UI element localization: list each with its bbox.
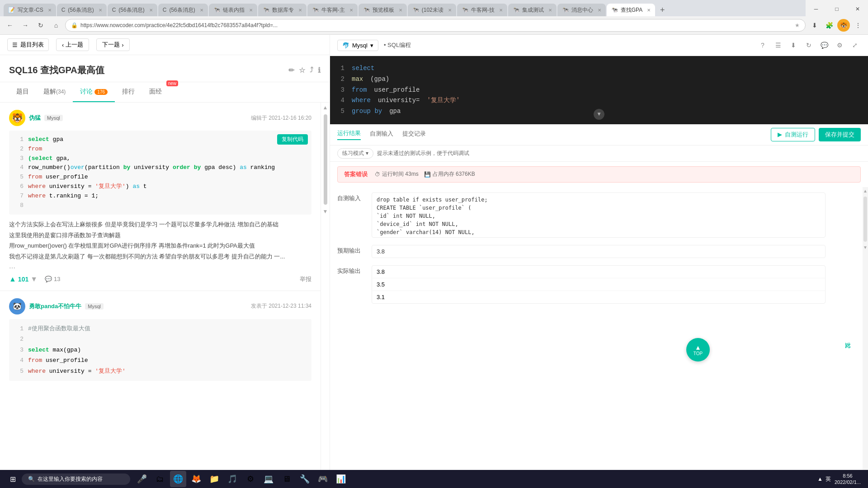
taskbar-edge[interactable]: 🌐	[170, 471, 186, 487]
expected-output-row: 预期输出 3.8	[337, 245, 826, 258]
compare-button[interactable]: 对比	[836, 334, 859, 341]
refresh-icon[interactable]: ↻	[803, 39, 815, 51]
settings-icon[interactable]: ⚙	[834, 39, 845, 51]
minimize-button[interactable]: ─	[806, 2, 826, 16]
address-bar[interactable]: 🔒 https://www.nowcoder.com/practice/4e22…	[65, 19, 806, 32]
collapse-editor-button[interactable]: ▼	[594, 109, 604, 120]
taskbar-tools[interactable]: 🔧	[297, 471, 313, 487]
browser-tab-tab12[interactable]: 🐄消息中心✕	[557, 4, 606, 16]
taskbar-computer[interactable]: 💻	[260, 471, 277, 487]
browser-tab-tab11[interactable]: 🐄集成测试✕	[508, 4, 557, 16]
refresh-button[interactable]: ↻	[34, 19, 47, 32]
scroll-down-arrow[interactable]: ▼	[321, 206, 330, 216]
tab-solution[interactable]: 题解(34)	[36, 82, 73, 102]
list-icon[interactable]: ☰	[772, 39, 784, 51]
code-line: 3(select gpa,	[14, 154, 306, 164]
fullscreen-icon[interactable]: ⤢	[849, 39, 861, 51]
prev-question-button[interactable]: ‹ 上一题	[56, 38, 89, 51]
left-scrollbar[interactable]: ▲ ▼	[321, 103, 330, 480]
next-question-button[interactable]: 下一题 ›	[96, 38, 129, 51]
browser-tab-tab5[interactable]: 🐄链表内指✕	[209, 4, 257, 16]
code-editor[interactable]: 1 select 2 max(gpa) 3 from user_profile …	[330, 56, 868, 124]
star-icon[interactable]: ☆	[299, 66, 305, 75]
right-scrollbar[interactable]: ▲ ▼	[863, 187, 868, 488]
username-2[interactable]: 勇敢panda不怕牛牛	[29, 302, 81, 310]
self-test-input-box[interactable]: drop table if exists user_profile; CREAT…	[372, 192, 826, 238]
downvote-icon[interactable]: ▼	[30, 275, 38, 283]
username[interactable]: 伪猛	[29, 114, 41, 122]
edit-icon[interactable]: ✏	[288, 66, 294, 75]
tab-self-test-input[interactable]: 自测输入	[370, 130, 393, 140]
comment-icon[interactable]: 💬	[818, 39, 830, 51]
discussion-actions: ▲ 101 ▼ 💬 13 举报	[9, 272, 311, 283]
database-selector[interactable]: 🐬 Mysql ▾	[337, 40, 378, 51]
menu-icon-small: ☰	[12, 42, 18, 48]
info-icon[interactable]: ℹ	[318, 66, 321, 75]
browser-tab-tab1[interactable]: 📝写文章-CS✕	[4, 4, 56, 16]
extensions-icon[interactable]: 🧩	[823, 19, 835, 32]
taskbar-monitor[interactable]: 🖥	[278, 471, 295, 487]
download-icon[interactable]: ⬇	[788, 39, 799, 51]
taskbar-task-view[interactable]: 🗂	[152, 471, 168, 487]
taskbar-right: ▲ 英 8:56 2022/02/1...	[814, 473, 864, 486]
copy-code-button[interactable]: 复制代码	[277, 134, 308, 145]
browser-tab-tab3[interactable]: C(56条消息)✕	[108, 4, 157, 16]
browser-tab-tab13[interactable]: 🐄查找GPA✕	[607, 4, 655, 16]
comment-count: 13	[54, 276, 60, 282]
home-button[interactable]: ⌂	[50, 19, 62, 32]
taskbar-cortana[interactable]: 🎤	[134, 471, 150, 487]
taskbar-code[interactable]: 📊	[333, 471, 349, 487]
tab-discussion[interactable]: 讨论176	[73, 82, 115, 102]
browser-tab-tab4[interactable]: C(56条消息)✕	[158, 4, 208, 16]
browser-tab-tab6[interactable]: 🐄数据库专✕	[258, 4, 307, 16]
tab-run-results[interactable]: 运行结果	[337, 129, 361, 140]
taskbar-explorer[interactable]: 📁	[206, 471, 222, 487]
comment-button[interactable]: 💬 13	[45, 276, 60, 282]
maximize-button[interactable]: □	[826, 2, 847, 16]
taskbar-music[interactable]: 🎵	[224, 471, 241, 487]
profile-icon[interactable]: 🐯	[837, 19, 850, 32]
more-icon[interactable]: ⋯	[9, 264, 15, 272]
browser-tab-tab2[interactable]: C(56条消息)✕	[57, 4, 107, 16]
help-icon[interactable]: ?	[757, 39, 769, 51]
download-icon[interactable]: ⬇	[808, 19, 821, 32]
browser-tab-tab9[interactable]: 🐄(102未读✕	[408, 4, 456, 16]
code-line: 6where university = '复旦大学') as t	[14, 182, 306, 192]
close-button[interactable]: ✕	[847, 2, 868, 16]
code-line: 4row_number()over(partition by universit…	[14, 163, 306, 173]
browser-tab-tab10[interactable]: 🐄牛客网-技✕	[457, 4, 507, 16]
code-block-1: 复制代码 1select gpa 2from 3(select gpa, 4ro…	[9, 131, 311, 215]
caret-icon[interactable]: ▲	[817, 476, 823, 482]
forward-button[interactable]: →	[19, 19, 32, 32]
menu-icon[interactable]: ⋮	[852, 19, 864, 32]
db-tag: Mysql	[44, 115, 63, 121]
tab-interview[interactable]: 面经 new	[142, 82, 169, 102]
new-tab-button[interactable]: +	[656, 4, 669, 16]
top-button[interactable]: ▲ TOP	[686, 338, 710, 361]
taskbar-search[interactable]: 🔍 在这里输入你要搜索的内容	[22, 474, 130, 485]
browser-tab-tab8[interactable]: 🐄预览模板✕	[359, 4, 407, 16]
report-button[interactable]: 举报	[300, 275, 311, 283]
menu-list-button[interactable]: ☰ 题目列表	[7, 38, 49, 51]
tab-ranking[interactable]: 排行	[115, 82, 142, 102]
back-button[interactable]: ←	[4, 19, 16, 32]
discussion-meta-2: 🐼 勇敢panda不怕牛牛 Mysql 发表于 2021-12-23 11:34	[9, 298, 311, 314]
memory-meta: 💾 占用内存 6376KB	[424, 170, 475, 178]
scroll-up-arrow[interactable]: ▲	[321, 103, 330, 113]
upvote-icon[interactable]: ▲	[9, 275, 16, 283]
tab-submit-history[interactable]: 提交记录	[402, 130, 426, 140]
start-button[interactable]: ⊞	[4, 470, 22, 488]
save-submit-button[interactable]: 保存并提交	[819, 128, 861, 141]
tab-question[interactable]: 题目	[9, 82, 36, 102]
browser-tab-tab7[interactable]: 🐄牛客网-主✕	[307, 4, 358, 16]
self-test-run-button[interactable]: ▶ 自测运行	[771, 128, 815, 141]
taskbar-settings[interactable]: ⚙	[242, 471, 259, 487]
play-icon: ▶	[778, 131, 782, 138]
practice-mode-button[interactable]: 练习模式 ▾	[337, 148, 373, 159]
right-scroll-up[interactable]: ▲	[862, 187, 868, 195]
prev-label: 上一题	[66, 41, 83, 49]
right-scroll-down[interactable]: ▼	[862, 244, 868, 251]
taskbar-firefox[interactable]: 🦊	[188, 471, 204, 487]
share-icon[interactable]: ⤴	[310, 66, 313, 75]
taskbar-game[interactable]: 🎮	[315, 471, 331, 487]
